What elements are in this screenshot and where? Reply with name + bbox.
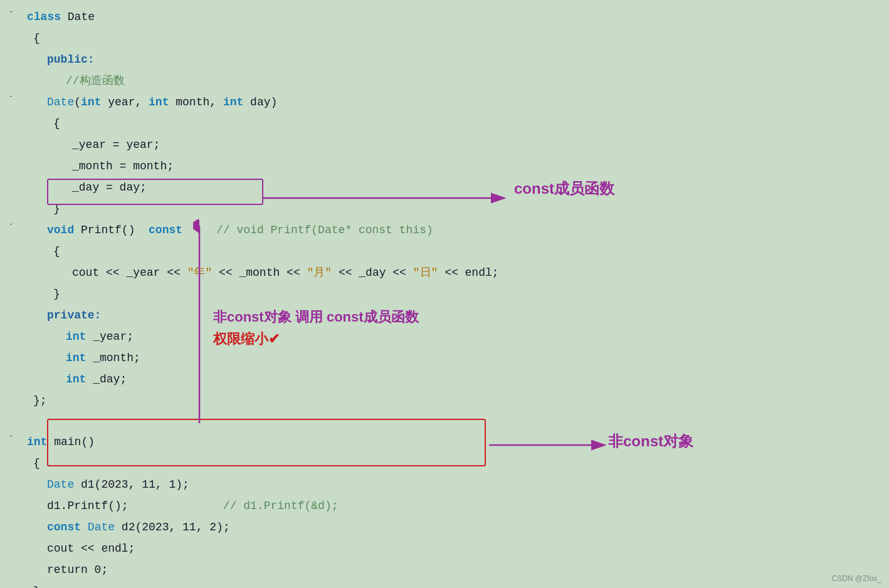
line-content: }; [28,391,889,411]
line-content: cout << endl; [28,538,889,559]
code-line-28: } [0,580,889,588]
code-line-20 [0,411,889,431]
line-content: { [28,28,889,48]
code-line-10: } [0,198,889,219]
code-line-19: }; [0,390,889,411]
code-line-14: } [0,283,889,305]
line-content: } [34,199,889,219]
line-content: _day = day; [34,177,889,197]
line-content: return 0; [28,560,889,580]
line-content: } [28,581,889,588]
code-line-17: int _month; [0,347,889,369]
line-content: { [34,113,889,134]
line-content: void Printf() const // void Printf(Date*… [28,220,889,240]
line-content: int main() [22,432,889,452]
line-content: //构造函数 [28,71,889,91]
code-line-25: const Date d2(2023, 11, 2); [0,517,889,538]
line-content: class Date [22,7,889,27]
code-line-5: - Date(int year, int month, int day) [0,92,889,113]
fold-indicator: - [0,7,22,17]
watermark: CSDN @Zfox_ [831,574,881,583]
line-content: int _year; [28,327,889,347]
line-content: } [34,284,889,304]
nonconst-obj-label: 非const对象 [608,431,693,451]
line-content: _month = month; [34,156,889,176]
code-line-23: Date d1(2023, 11, 1); [0,474,889,495]
code-line-27: return 0; [0,559,889,580]
nonconst-call-annotation: 非const对象 调用 const成员函数 权限缩小✔ [213,306,419,350]
code-line-11: - void Printf() const // void Printf(Dat… [0,219,889,241]
code-line-24: d1.Printf(); // d1.Printf(&d); [0,495,889,517]
nonconst-call-line1: 非const对象 调用 const成员函数 [213,306,419,328]
line-content: Date(int year, int month, int day) [28,92,889,112]
code-line-18: int _day; [0,369,889,390]
line-content: public: [28,50,889,70]
nonconst-call-line2: 权限缩小✔ [213,328,419,350]
line-content: int _month; [28,348,889,368]
line-content: private: [28,305,889,325]
code-line-4: //构造函数 [0,70,889,92]
line-content: { [34,241,889,261]
code-line-7: _year = year; [0,134,889,155]
code-line-9: _day = day; [0,177,889,198]
line-content: const Date d2(2023, 11, 2); [28,517,889,537]
code-line-1: - class Date [0,6,889,28]
code-line-22: { [0,453,889,474]
line-content: d1.Printf(); // d1.Printf(&d); [28,496,889,516]
code-line-16: int _year; [0,326,889,347]
line-content: { [28,453,889,473]
line-content: int _day; [28,369,889,389]
code-line-12: { [0,241,889,262]
line-content: _year = year; [34,135,889,155]
code-line-8: _month = month; [0,155,889,177]
line-content: cout << _year << "年" << _month << "月" <<… [34,263,889,283]
code-line-2: { [0,28,889,49]
code-line-15: private: [0,305,889,326]
code-editor: - class Date { public: //构造函数 - Date(int… [0,0,889,588]
line-content: Date d1(2023, 11, 1); [28,475,889,495]
code-line-6: { [0,113,889,134]
const-member-label: const成员函数 [514,179,614,199]
code-line-21: - int main() [0,431,889,453]
code-line-13: cout << _year << "年" << _month << "月" <<… [0,262,889,283]
code-line-26: cout << endl; [0,538,889,559]
code-line-3: public: [0,49,889,70]
